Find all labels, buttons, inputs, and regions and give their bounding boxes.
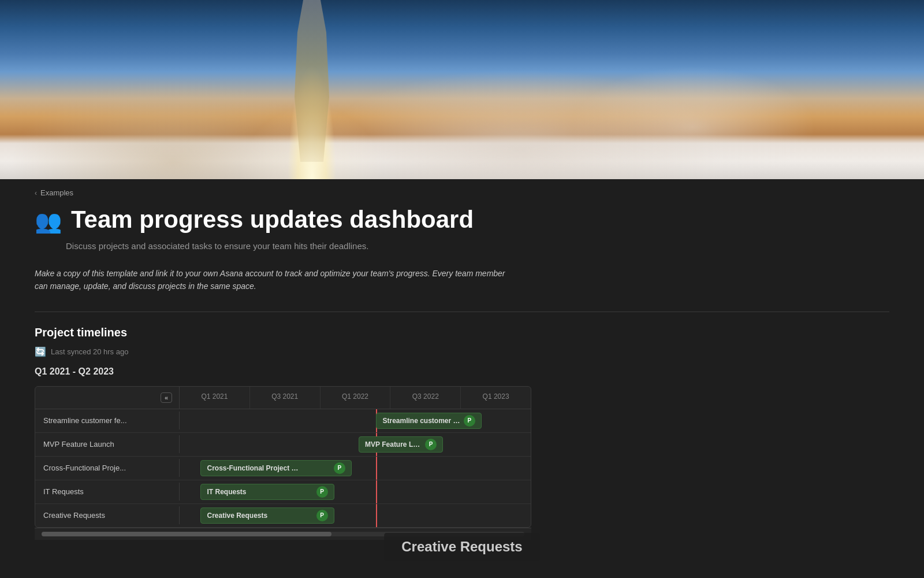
hero-overlay (0, 0, 924, 179)
page-header: 👥 Team progress updates dashboard (35, 206, 889, 234)
bar-badge-it: P (316, 486, 328, 498)
current-time-line (376, 504, 377, 527)
timeline-label-col-header: « (35, 387, 180, 409)
bar-creative[interactable]: Creative Requests P (200, 507, 334, 524)
timeline-row[interactable]: Creative Requests Creative Requests P (35, 504, 531, 527)
back-arrow-icon: ‹ (35, 189, 37, 197)
scrollbar-thumb[interactable] (42, 532, 331, 536)
sync-info: 🔄 Last synced 20 hrs ago (35, 346, 889, 357)
page-icon: 👥 (35, 209, 62, 234)
page-title: Team progress updates dashboard (71, 206, 474, 233)
row-timeline-creative: Creative Requests P (180, 504, 531, 527)
sync-icon: 🔄 (35, 346, 46, 357)
row-timeline-streamline: Streamline customer feedback... P (180, 409, 531, 432)
bar-label-mvp: MVP Feature Launch (365, 440, 422, 449)
section-divider (35, 312, 889, 312)
bottom-label: Creative Requests (384, 533, 539, 561)
timeline-header: « Q1 2021 Q3 2021 Q1 2022 Q3 2022 Q1 202… (35, 387, 531, 409)
bar-mvp[interactable]: MVP Feature Launch P (359, 436, 443, 453)
timeline-row[interactable]: MVP Feature Launch MVP Feature Launch P (35, 433, 531, 457)
current-time-line (376, 480, 377, 503)
bar-label-creative: Creative Requests (207, 512, 267, 520)
page-subtitle: Discuss projects and associated tasks to… (35, 241, 889, 251)
hero-image (0, 0, 924, 179)
timeline-grid-mvp (180, 433, 531, 456)
timeline-quarters: Q1 2021 Q3 2021 Q1 2022 Q3 2022 Q1 2023 (180, 387, 531, 409)
page-description: Make a copy of this template and link it… (35, 267, 520, 293)
row-timeline-mvp: MVP Feature Launch P (180, 433, 531, 456)
current-time-line (376, 457, 377, 480)
quarter-q1-2022: Q1 2022 (321, 387, 391, 409)
sync-text: Last synced 20 hrs ago (51, 347, 128, 356)
bar-badge-streamline: P (464, 415, 475, 427)
date-range: Q1 2021 - Q2 2023 (35, 366, 889, 377)
row-label-streamline: Streamline customer fe... (35, 412, 180, 429)
timeline-row[interactable]: IT Requests IT Requests P (35, 480, 531, 504)
bar-label-crossfunc: Cross-Functional Project Plan (207, 464, 299, 472)
timeline-container: « Q1 2021 Q3 2021 Q1 2022 Q3 2022 Q1 202… (35, 386, 531, 528)
quarter-q1-2021: Q1 2021 (180, 387, 250, 409)
bar-label-it: IT Requests (207, 488, 246, 496)
row-label-crossfunc: Cross-Functional Proje... (35, 459, 180, 477)
timeline-row[interactable]: Streamline customer fe... Streamline cus… (35, 409, 531, 433)
breadcrumb-examples-link[interactable]: Examples (40, 188, 73, 197)
row-label-creative: Creative Requests (35, 506, 180, 524)
bar-it[interactable]: IT Requests P (200, 484, 334, 500)
bar-badge-mvp: P (425, 439, 437, 450)
quarter-q3-2022: Q3 2022 (390, 387, 461, 409)
row-label-mvp: MVP Feature Launch (35, 435, 180, 453)
section-timelines-title: Project timelines (35, 326, 889, 339)
quarter-q3-2021: Q3 2021 (250, 387, 321, 409)
content-area: ‹ Examples 👥 Team progress updates dashb… (0, 179, 924, 563)
quarter-q1-2023: Q1 2023 (461, 387, 531, 409)
collapse-button[interactable]: « (161, 392, 172, 403)
bar-label-streamline: Streamline customer feedback... (382, 417, 460, 425)
row-timeline-it: IT Requests P (180, 480, 531, 503)
row-timeline-crossfunc: Cross-Functional Project Plan P (180, 457, 531, 480)
bar-badge-crossfunc: P (334, 462, 345, 474)
timeline-row[interactable]: Cross-Functional Proje... Cross-Function… (35, 457, 531, 480)
bar-crossfunc[interactable]: Cross-Functional Project Plan P (200, 460, 351, 476)
row-label-it: IT Requests (35, 483, 180, 501)
bar-badge-creative: P (316, 510, 328, 521)
bar-streamline[interactable]: Streamline customer feedback... P (376, 413, 481, 429)
breadcrumb: ‹ Examples (35, 179, 889, 206)
